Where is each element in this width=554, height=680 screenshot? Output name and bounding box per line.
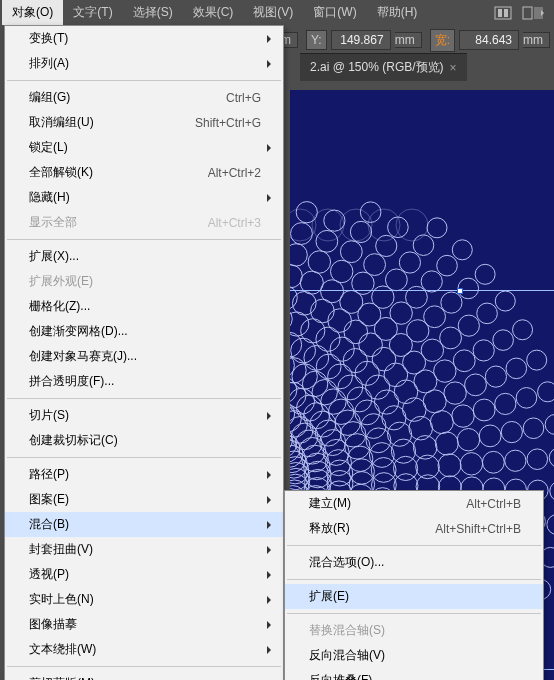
svg-rect-2 [504, 9, 508, 17]
blend-submenu-item[interactable]: 反向堆叠(F) [285, 668, 543, 680]
object-menu-item[interactable]: 图像描摹 [5, 612, 283, 637]
svg-point-274 [396, 209, 428, 241]
object-menu-item[interactable]: 文本绕排(W) [5, 637, 283, 662]
object-menu-item[interactable]: 变换(T) [5, 26, 283, 51]
menu-item-label: 编组(G) [29, 89, 70, 106]
menu-item-label: 锁定(L) [29, 139, 68, 156]
svg-point-30 [413, 235, 434, 256]
menu-item-label: 扩展(X)... [29, 248, 79, 265]
svg-point-44 [421, 271, 442, 292]
blend-submenu-item: 替换混合轴(S) [285, 618, 543, 643]
menu-item-shortcut: Alt+Ctrl+B [466, 497, 521, 511]
svg-point-273 [368, 209, 400, 241]
menu-item-label: 图案(E) [29, 491, 69, 508]
blend-submenu-item[interactable]: 释放(R)Alt+Shift+Ctrl+B [285, 516, 543, 541]
blend-submenu-item[interactable]: 建立(M)Alt+Ctrl+B [285, 491, 543, 516]
menu-item-label: 拼合透明度(F)... [29, 373, 114, 390]
tab-label: 2.ai @ 150% (RGB/预览) [310, 59, 444, 76]
object-menu: 变换(T)排列(A)编组(G)Ctrl+G取消编组(U)Shift+Ctrl+G… [4, 25, 284, 680]
menu-item-label: 路径(P) [29, 466, 69, 483]
menu-item-label: 排列(A) [29, 55, 69, 72]
object-menu-item[interactable]: 路径(P) [5, 462, 283, 487]
object-menu-item[interactable]: 扩展(X)... [5, 244, 283, 269]
svg-point-29 [437, 255, 458, 276]
object-menu-item[interactable]: 实时上色(N) [5, 587, 283, 612]
menubar-item-select[interactable]: 选择(S) [123, 0, 183, 25]
y-input[interactable]: 149.867 [331, 30, 391, 50]
menubar: 对象(O) 文字(T) 选择(S) 效果(C) 视图(V) 窗口(W) 帮助(H… [0, 0, 554, 25]
svg-point-48 [324, 210, 345, 231]
object-menu-item[interactable]: 取消编组(U)Shift+Ctrl+G [5, 110, 283, 135]
menubar-item-object[interactable]: 对象(O) [2, 0, 63, 25]
menubar-item-window[interactable]: 窗口(W) [303, 0, 366, 25]
menubar-item-help[interactable]: 帮助(H) [367, 0, 428, 25]
object-menu-item: 显示全部Alt+Ctrl+3 [5, 210, 283, 235]
menu-item-label: 显示全部 [29, 214, 77, 231]
menu-item-label: 封套扭曲(V) [29, 541, 93, 558]
svg-point-86 [290, 244, 307, 266]
object-menu-item[interactable]: 全部解锁(K)Alt+Ctrl+2 [5, 160, 283, 185]
svg-point-31 [388, 217, 409, 238]
menu-item-label: 隐藏(H) [29, 189, 70, 206]
menu-item-label: 图像描摹 [29, 616, 77, 633]
tab-close-icon[interactable]: × [450, 61, 457, 75]
menu-item-label: 剪切蒙版(M) [29, 675, 95, 680]
selection-handle[interactable] [457, 288, 463, 294]
w-input[interactable]: 84.643 [459, 30, 519, 50]
bridge-icon[interactable] [494, 6, 512, 20]
menubar-item-effect[interactable]: 效果(C) [183, 0, 244, 25]
svg-point-64 [340, 241, 362, 263]
blend-submenu-item[interactable]: 混合选项(O)... [285, 550, 543, 575]
blend-submenu-item[interactable]: 反向混合轴(V) [285, 643, 543, 668]
svg-rect-3 [523, 7, 532, 19]
blend-submenu: 建立(M)Alt+Ctrl+B释放(R)Alt+Shift+Ctrl+B混合选项… [284, 490, 544, 680]
object-menu-item[interactable]: 创建对象马赛克(J)... [5, 344, 283, 369]
w-unit: mm [523, 32, 550, 48]
object-menu-item[interactable]: 栅格化(Z)... [5, 294, 283, 319]
menu-item-label: 创建渐变网格(D)... [29, 323, 128, 340]
object-menu-separator [7, 398, 281, 399]
svg-point-272 [340, 209, 372, 241]
svg-rect-0 [495, 7, 511, 19]
menu-item-label: 取消编组(U) [29, 114, 94, 131]
object-menu-item[interactable]: 创建渐变网格(D)... [5, 319, 283, 344]
object-menu-item[interactable]: 编组(G)Ctrl+G [5, 85, 283, 110]
svg-point-45 [399, 252, 420, 273]
blend-submenu-separator [287, 613, 541, 614]
object-menu-separator [7, 457, 281, 458]
svg-point-16 [452, 240, 472, 260]
object-menu-item[interactable]: 混合(B) [5, 512, 283, 537]
menu-item-label: 反向堆叠(F) [309, 672, 372, 680]
menu-item-label: 全部解锁(K) [29, 164, 93, 181]
w-label: 宽: [430, 29, 455, 52]
object-menu-item[interactable]: 排列(A) [5, 51, 283, 76]
svg-point-85 [308, 251, 330, 273]
object-menu-item[interactable]: 拼合透明度(F)... [5, 369, 283, 394]
y-label: Y: [306, 30, 327, 50]
blend-submenu-item[interactable]: 扩展(E) [285, 584, 543, 609]
menu-item-label: 文本绕排(W) [29, 641, 96, 658]
object-menu-item[interactable]: 图案(E) [5, 487, 283, 512]
object-menu-item[interactable]: 创建裁切标记(C) [5, 428, 283, 453]
menubar-item-type[interactable]: 文字(T) [63, 0, 122, 25]
menu-item-shortcut: Shift+Ctrl+G [195, 116, 261, 130]
object-menu-separator [7, 80, 281, 81]
menu-item-label: 创建对象马赛克(J)... [29, 348, 137, 365]
object-menu-item[interactable]: 透视(P) [5, 562, 283, 587]
object-menu-item[interactable]: 剪切蒙版(M) [5, 671, 283, 680]
object-menu-item[interactable]: 隐藏(H) [5, 185, 283, 210]
object-menu-item[interactable]: 封套扭曲(V) [5, 537, 283, 562]
svg-point-84 [331, 260, 353, 282]
svg-point-49 [296, 202, 317, 223]
svg-point-46 [376, 235, 397, 256]
arrange-docs-icon[interactable] [522, 6, 544, 20]
menu-item-label: 透视(P) [29, 566, 69, 583]
menu-item-shortcut: Alt+Ctrl+3 [208, 216, 261, 230]
document-tab[interactable]: 2.ai @ 150% (RGB/预览) × [300, 53, 467, 81]
menu-item-label: 释放(R) [309, 520, 350, 537]
menu-item-label: 混合(B) [29, 516, 69, 533]
object-menu-item[interactable]: 锁定(L) [5, 135, 283, 160]
object-menu-item: 扩展外观(E) [5, 269, 283, 294]
menubar-item-view[interactable]: 视图(V) [243, 0, 303, 25]
object-menu-item[interactable]: 切片(S) [5, 403, 283, 428]
